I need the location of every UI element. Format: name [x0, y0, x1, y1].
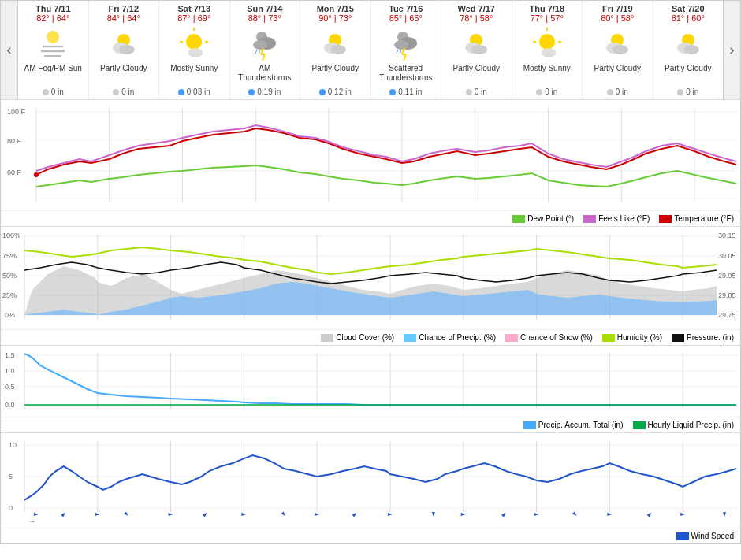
day-name: Sat 7/13 — [161, 4, 228, 13]
day-col-7: Thu 7/18 77° | 57° Mostly Sunny 0 in — [512, 1, 583, 99]
svg-point-46 — [683, 45, 699, 54]
wind-chart-section: 10 5 0 — [1, 432, 740, 543]
svg-marker-135 — [315, 513, 319, 516]
legend-item: Wind Speed — [676, 532, 734, 540]
day-desc: AM Thunderstorms — [232, 64, 299, 86]
precip-chart-section: 1.5 1.0 0.5 0.0 — [1, 345, 740, 432]
svg-text:29.95: 29.95 — [718, 272, 735, 280]
day-desc: Partly Cloudy — [584, 64, 651, 86]
temp-chart: 100 F 80 F 60 F — [1, 100, 740, 210]
svg-text:30.15: 30.15 — [718, 232, 735, 239]
prev-arrow[interactable]: ‹ — [1, 1, 18, 99]
day-icon — [387, 24, 425, 62]
day-name: Sun 7/14 — [232, 4, 299, 13]
svg-text:0%: 0% — [5, 311, 15, 319]
day-col-4: Mon 7/15 90° | 73° Partly Cloudy 0.12 in — [300, 1, 371, 99]
day-desc: Partly Cloudy — [302, 64, 369, 86]
precip-dot — [536, 89, 542, 95]
day-temps: 80° | 58° — [584, 13, 651, 23]
svg-point-35 — [539, 34, 555, 50]
wind-chart-legend: Wind Speed — [1, 528, 740, 543]
day-icon — [34, 24, 72, 62]
legend-item: Feels Like (°F) — [583, 214, 650, 223]
svg-marker-131 — [169, 513, 173, 516]
day-desc: Mostly Sunny — [161, 64, 228, 86]
legend-label: Humidity (%) — [617, 333, 662, 342]
day-name: Tue 7/16 — [373, 4, 440, 13]
svg-marker-132 — [203, 511, 208, 517]
day-precip: 0 in — [655, 87, 722, 96]
legend-label: Hourly Liquid Precip. (in) — [648, 421, 735, 429]
svg-text:100%: 100% — [2, 232, 20, 239]
day-temps: 84° | 64° — [91, 13, 158, 23]
day-temps: 85° | 65° — [373, 13, 440, 23]
svg-line-31 — [400, 50, 401, 54]
svg-marker-137 — [388, 513, 393, 516]
svg-point-34 — [471, 45, 487, 54]
svg-point-40 — [542, 48, 556, 57]
svg-point-64 — [34, 172, 39, 177]
precip-dot — [178, 89, 184, 95]
precip-dot — [319, 89, 326, 95]
next-arrow[interactable]: › — [723, 1, 740, 99]
precip-dot — [113, 89, 119, 95]
legend-color-swatch — [523, 421, 536, 429]
day-col-8: Fri 7/19 80° | 58° Partly Cloudy 0 in — [583, 1, 653, 99]
day-precip: 0 in — [443, 87, 510, 96]
day-precip: 0.11 in — [373, 87, 440, 96]
svg-marker-129 — [95, 513, 100, 516]
day-desc: Partly Cloudy — [91, 64, 158, 86]
cloud-chart-legend: Cloud Cover (%)Chance of Precip. (%)Chan… — [1, 329, 740, 345]
day-col-5: Tue 7/16 85° | 65° Scattered Thunderstor… — [371, 1, 442, 99]
legend-item: Dew Point (°) — [512, 214, 574, 223]
precip-dot — [248, 89, 255, 95]
day-temps: 77° | 57° — [514, 13, 581, 23]
svg-text:10: 10 — [9, 441, 17, 449]
day-precip: 0 in — [584, 87, 651, 96]
svg-marker-143 — [607, 513, 612, 516]
day-name: Mon 7/15 — [302, 4, 369, 13]
svg-marker-136 — [352, 511, 358, 517]
legend-color-swatch — [512, 215, 525, 223]
day-precip: 0 in — [20, 87, 87, 96]
day-icon — [528, 24, 566, 62]
day-icon — [316, 24, 354, 62]
day-precip: 0.19 in — [232, 87, 299, 96]
day-col-9: Sat 7/20 81° | 60° Partly Cloudy 0 in — [653, 1, 724, 99]
day-name: Thu 7/18 — [514, 4, 581, 13]
svg-marker-142 — [572, 511, 578, 517]
svg-point-7 — [186, 34, 202, 50]
svg-point-26 — [394, 40, 408, 50]
precip-dot — [43, 89, 49, 95]
svg-marker-128 — [61, 511, 66, 517]
day-desc: Mostly Sunny — [514, 64, 581, 86]
svg-text:50%: 50% — [2, 272, 17, 280]
svg-point-23 — [330, 45, 346, 54]
legend-label: Pressure. (in) — [687, 333, 734, 342]
precip-dot — [466, 89, 472, 95]
svg-line-30 — [397, 50, 398, 54]
svg-line-19 — [255, 50, 257, 54]
svg-marker-145 — [680, 513, 685, 516]
cloud-chart: 100% 75% 50% 25% 0% 30.15 30.05 29.95 29… — [1, 227, 740, 329]
svg-marker-134 — [281, 511, 287, 517]
day-temps: 90° | 73° — [302, 13, 369, 23]
legend-label: Wind Speed — [691, 532, 734, 540]
legend-label: Cloud Cover (%) — [336, 333, 394, 342]
svg-text:→: → — [28, 517, 35, 525]
day-icon — [669, 24, 707, 62]
svg-point-12 — [188, 48, 203, 57]
day-temps: 87° | 69° — [161, 13, 228, 23]
legend-color-swatch — [583, 215, 596, 223]
svg-text:80 F: 80 F — [7, 137, 21, 145]
day-col-3: Sun 7/14 88° | 73° AM Thunderstorms 0.19… — [230, 1, 301, 99]
day-col-6: Wed 7/17 78° | 58° Partly Cloudy 0 in — [441, 1, 512, 99]
svg-marker-139 — [461, 513, 466, 516]
svg-text:0.0: 0.0 — [5, 401, 14, 409]
day-desc: Scattered Thunderstorms — [373, 64, 440, 86]
day-precip: 0 in — [514, 87, 581, 96]
legend-label: Feels Like (°F) — [598, 214, 650, 223]
day-icon — [105, 24, 143, 62]
legend-item: Humidity (%) — [602, 333, 662, 342]
legend-item: Hourly Liquid Precip. (in) — [633, 421, 735, 429]
